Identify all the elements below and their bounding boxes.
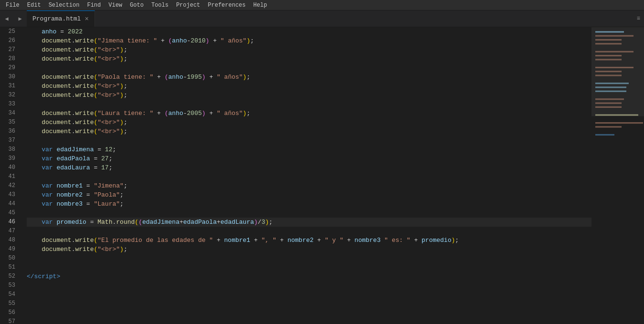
line-number-43: 43 <box>4 190 15 199</box>
code-line-30: document.write("Paola tiene: " + (anho-1… <box>27 73 591 82</box>
tab-nav-prev[interactable]: ◀ <box>0 10 13 27</box>
menu-find[interactable]: Find <box>83 1 105 10</box>
line-number-40: 40 <box>4 163 15 172</box>
menu-view[interactable]: View <box>105 1 126 10</box>
line-number-33: 33 <box>4 100 15 109</box>
line-number-46: 46 <box>4 218 15 227</box>
svg-rect-4 <box>595 39 622 41</box>
code-editor[interactable]: anho = 2022 document.write("Jimena tiene… <box>23 27 591 324</box>
menu-help[interactable]: Help <box>250 1 271 10</box>
menu-file[interactable]: File <box>2 1 23 10</box>
code-line-52: </script> <box>27 272 591 281</box>
tab-nav-next[interactable]: ▶ <box>13 10 27 27</box>
svg-rect-17 <box>595 106 622 108</box>
code-line-47 <box>27 227 591 236</box>
svg-rect-15 <box>595 98 624 100</box>
line-number-31: 31 <box>4 82 15 91</box>
minimap-canvas <box>591 27 644 324</box>
line-number-35: 35 <box>4 118 15 127</box>
line-number-30: 30 <box>4 73 15 82</box>
code-line-43: var nombre2 = "Paola"; <box>27 190 591 199</box>
line-number-28: 28 <box>4 54 15 63</box>
code-line-45 <box>27 209 591 218</box>
svg-rect-12 <box>595 83 629 84</box>
line-number-54: 54 <box>4 290 15 299</box>
line-number-27: 27 <box>4 45 15 54</box>
svg-rect-16 <box>595 103 622 104</box>
line-number-26: 26 <box>4 36 15 45</box>
line-number-57: 57 <box>4 317 15 324</box>
code-line-44: var nombre3 = "Laura"; <box>27 199 591 209</box>
svg-rect-2 <box>595 31 624 32</box>
code-line-33 <box>27 100 591 109</box>
line-number-32: 32 <box>4 91 15 100</box>
svg-rect-3 <box>595 35 633 37</box>
code-line-40: var edadLaura = 17; <box>27 163 591 172</box>
tab-bar: ◀ ▶ Programa.html × ≡ <box>0 10 644 27</box>
menu-bar: File Edit Selection Find View Goto Tools… <box>0 0 644 10</box>
svg-rect-7 <box>595 55 622 56</box>
code-line-46: var promedio = Math.round((edadJimena+ed… <box>27 218 591 227</box>
line-number-55: 55 <box>4 299 15 308</box>
code-line-27: document.write("<br>"); <box>27 45 591 54</box>
svg-rect-20 <box>595 126 622 127</box>
code-line-39: var edadPaola = 27; <box>27 154 591 163</box>
code-line-25: anho = 2022 <box>27 27 591 36</box>
line-number-45: 45 <box>4 209 15 218</box>
code-line-34: document.write("Laura tiene: " + (anho-2… <box>27 109 591 118</box>
tab-dropdown-button[interactable]: ≡ <box>637 15 640 22</box>
line-number-56: 56 <box>4 308 15 317</box>
line-number-42: 42 <box>4 181 15 190</box>
svg-rect-9 <box>595 67 633 68</box>
menu-tools[interactable]: Tools <box>148 1 172 10</box>
code-line-55 <box>27 299 591 308</box>
code-line-42: var nombre1 = "Jimena"; <box>27 181 591 190</box>
menu-selection[interactable]: Selection <box>45 1 84 10</box>
line-number-37: 37 <box>4 136 15 145</box>
code-line-38: var edadJimena = 12; <box>27 145 591 154</box>
line-number-48: 48 <box>4 236 15 245</box>
line-number-52: 52 <box>4 272 15 281</box>
code-line-29 <box>27 63 591 73</box>
svg-rect-8 <box>595 59 622 60</box>
tab-close-button[interactable]: × <box>84 16 88 22</box>
tab-programa-html[interactable]: Programa.html × <box>27 10 95 27</box>
line-numbers: 25 26 27 28 29 30 31 32 33 34 35 36 37 3… <box>0 27 23 324</box>
svg-rect-11 <box>595 75 622 76</box>
svg-rect-6 <box>595 51 633 52</box>
line-number-50: 50 <box>4 254 15 263</box>
code-line-37 <box>27 136 591 145</box>
code-line-49: document.write("<br>"); <box>27 245 591 254</box>
line-number-49: 49 <box>4 245 15 254</box>
line-number-51: 51 <box>4 263 15 272</box>
code-line-36: document.write("<br>"); <box>27 127 591 136</box>
line-number-34: 34 <box>4 109 15 118</box>
code-line-50 <box>27 254 591 263</box>
editor-area: 25 26 27 28 29 30 31 32 33 34 35 36 37 3… <box>0 27 644 324</box>
code-line-54 <box>27 290 591 299</box>
code-line-48: document.write("El promedio de las edade… <box>27 236 591 245</box>
code-line-31: document.write("<br>"); <box>27 82 591 91</box>
code-line-53 <box>27 281 591 290</box>
code-line-51 <box>27 263 591 272</box>
minimap[interactable] <box>591 27 644 324</box>
svg-rect-18 <box>595 114 638 115</box>
code-line-35: document.write("<br>"); <box>27 118 591 127</box>
svg-rect-14 <box>595 91 626 92</box>
menu-edit[interactable]: Edit <box>23 1 45 10</box>
line-number-41: 41 <box>4 172 15 181</box>
code-line-41 <box>27 172 591 181</box>
code-line-57 <box>27 317 591 324</box>
svg-rect-13 <box>595 86 626 88</box>
menu-project[interactable]: Project <box>172 1 204 10</box>
menu-preferences[interactable]: Preferences <box>204 1 249 10</box>
menu-goto[interactable]: Goto <box>126 1 148 10</box>
svg-rect-10 <box>595 71 622 72</box>
code-line-28: document.write("<br>"); <box>27 54 591 63</box>
line-number-38: 38 <box>4 145 15 154</box>
line-number-44: 44 <box>4 199 15 209</box>
svg-rect-19 <box>595 122 643 124</box>
line-number-53: 53 <box>4 281 15 290</box>
code-line-56 <box>27 308 591 317</box>
svg-rect-21 <box>595 134 614 136</box>
